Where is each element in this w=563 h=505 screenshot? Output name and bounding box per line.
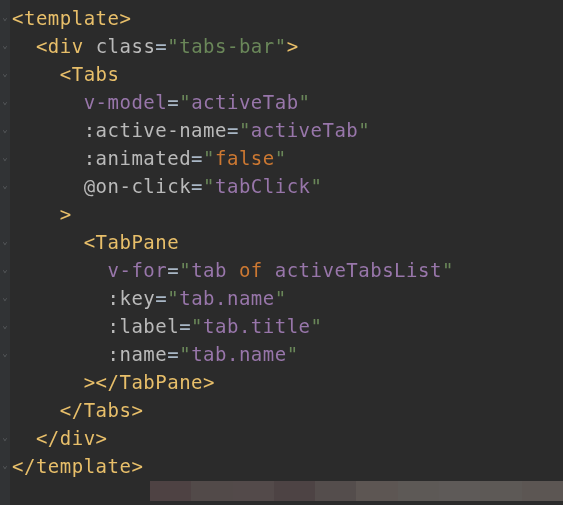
token-ident: tab.name	[191, 343, 287, 365]
fold-marker[interactable]: ⌄	[0, 228, 10, 256]
token-tag: template	[36, 455, 132, 477]
token-op: =	[227, 119, 239, 141]
code-line[interactable]: :key="tab.name"	[12, 287, 287, 309]
code-line[interactable]: v-model="activeTab"	[12, 91, 311, 113]
token-ident: tab.name	[179, 287, 275, 309]
token-op: =	[155, 35, 167, 57]
token-quote: "	[275, 147, 287, 169]
token-punct: <	[36, 35, 48, 57]
token-punct: >	[131, 455, 143, 477]
fold-marker[interactable]: ⌄	[0, 452, 10, 480]
code-line[interactable]: >	[12, 203, 72, 225]
fold-marker[interactable]: ⌄	[0, 256, 10, 284]
token-tag: Tabs	[72, 63, 120, 85]
artifact-block	[233, 481, 274, 501]
code-line[interactable]: @on-click="tabClick"	[12, 175, 322, 197]
token-quote: "	[167, 35, 179, 57]
token-punct: >	[84, 371, 96, 393]
token-ident: activeTab	[191, 91, 298, 113]
code-line[interactable]: <template>	[12, 7, 131, 29]
fold-marker[interactable]: ⌄	[0, 284, 10, 312]
code-line[interactable]: </Tabs>	[12, 399, 143, 421]
token-attr: :active-name	[84, 119, 227, 141]
code-line[interactable]: </template>	[12, 455, 143, 477]
fold-marker[interactable]: ⌄	[0, 340, 10, 368]
fold-marker[interactable]: ⌄	[0, 116, 10, 144]
fold-marker[interactable]: ⌄	[0, 312, 10, 340]
token-attr: class	[96, 35, 156, 57]
token-quote: "	[275, 287, 287, 309]
code-area[interactable]: <template> <div class="tabs-bar"> <Tabs …	[12, 4, 563, 480]
fold-marker[interactable]: ⌄	[0, 4, 10, 32]
token-key: of	[239, 259, 263, 281]
token-punct: <	[84, 231, 96, 253]
token-quote: "	[299, 91, 311, 113]
fold-marker[interactable]: ⌄	[0, 144, 10, 172]
fold-marker[interactable]	[0, 368, 10, 396]
artifact-block	[356, 481, 397, 501]
artifact-block	[522, 481, 563, 501]
token-quote: "	[179, 259, 191, 281]
token-punct: </	[60, 399, 84, 421]
fold-marker[interactable]: ⌄	[0, 88, 10, 116]
token-punct: >	[131, 399, 143, 421]
token-punct: >	[96, 427, 108, 449]
token-tag: div	[48, 35, 84, 57]
code-line[interactable]: :label="tab.title"	[12, 315, 322, 337]
token-ident: tabClick	[215, 175, 311, 197]
token-op: =	[179, 315, 191, 337]
token-op: =	[191, 147, 203, 169]
artifact-block	[274, 481, 315, 501]
code-line[interactable]: <Tabs	[12, 63, 119, 85]
code-line[interactable]: <div class="tabs-bar">	[12, 35, 299, 57]
token-attr: :label	[108, 315, 180, 337]
fold-marker[interactable]: ⌄	[0, 172, 10, 200]
code-line[interactable]: <TabPane	[12, 231, 179, 253]
artifact-block	[315, 481, 356, 501]
artifact-block	[480, 481, 521, 501]
code-line[interactable]: :active-name="activeTab"	[12, 119, 370, 141]
token-quote: "	[442, 259, 454, 281]
code-line[interactable]: v-for="tab of activeTabsList"	[12, 259, 454, 281]
token-tag: Tabs	[84, 399, 132, 421]
token-tag: TabPane	[96, 231, 180, 253]
token-quote: "	[239, 119, 251, 141]
token-punct: </	[12, 455, 36, 477]
token-tag: template	[24, 7, 120, 29]
token-op: =	[191, 175, 203, 197]
token-attr: @on-click	[84, 175, 191, 197]
token-punct: >	[287, 35, 299, 57]
token-quote: "	[203, 175, 215, 197]
token-attr: :name	[108, 343, 168, 365]
token-quote: "	[287, 343, 299, 365]
code-line[interactable]: </div>	[12, 427, 108, 449]
token-punct: </	[36, 427, 60, 449]
token-ident: activeTabsList	[263, 259, 442, 281]
token-op: =	[167, 343, 179, 365]
token-key: false	[215, 147, 275, 169]
code-line[interactable]: :animated="false"	[12, 147, 287, 169]
token-quote: "	[179, 91, 191, 113]
token-punct: >	[119, 7, 131, 29]
fold-marker[interactable]	[0, 200, 10, 228]
token-punct: </	[96, 371, 120, 393]
artifact-block	[439, 481, 480, 501]
token-quote: "	[203, 147, 215, 169]
fold-marker[interactable]: ⌄	[0, 32, 10, 60]
token-dir: v-model	[84, 91, 168, 113]
token-str: tabs-bar	[179, 35, 275, 57]
token-ident: activeTab	[251, 119, 358, 141]
token-tag: div	[60, 427, 96, 449]
code-line[interactable]: ></TabPane>	[12, 371, 215, 393]
artifact-block	[398, 481, 439, 501]
fold-marker-column: ⌄⌄⌄⌄⌄⌄⌄⌄⌄⌄⌄⌄⌄⌄	[0, 4, 10, 480]
code-editor[interactable]: ⌄⌄⌄⌄⌄⌄⌄⌄⌄⌄⌄⌄⌄⌄ <template> <div class="ta…	[0, 0, 563, 505]
fold-marker[interactable]	[0, 396, 10, 424]
fold-marker[interactable]: ⌄	[0, 424, 10, 452]
artifact-block	[150, 481, 191, 501]
token-punct: >	[203, 371, 215, 393]
artifact-block	[191, 481, 232, 501]
fold-marker[interactable]: ⌄	[0, 60, 10, 88]
code-line[interactable]: :name="tab.name"	[12, 343, 299, 365]
token-quote: "	[275, 35, 287, 57]
